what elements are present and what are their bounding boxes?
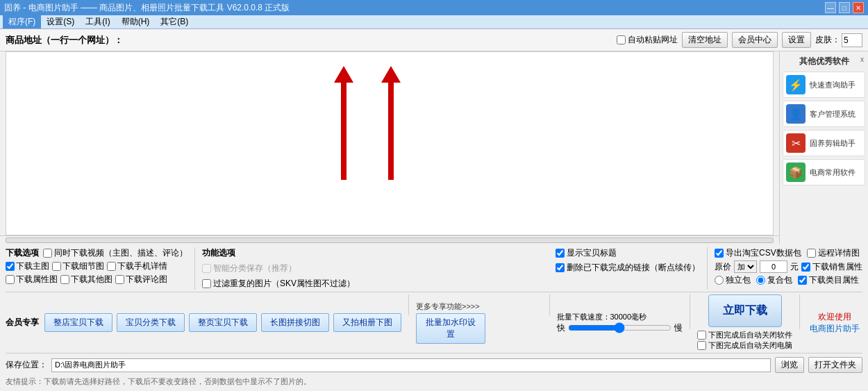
func-options-title: 功能选项 [202, 247, 237, 259]
comment-img-check: 下载评论图 [115, 274, 167, 285]
auto-paste-group: 自动粘贴网址 [617, 34, 678, 46]
sale-attr-label: 下载销售属性 [812, 261, 862, 273]
red-arrow-2 [381, 66, 401, 180]
category-download-button[interactable]: 宝贝分类下载 [117, 313, 185, 332]
price-operation-select[interactable]: 加 减 乘 [734, 260, 757, 273]
watermark-button[interactable]: 批量加水印设置 [416, 313, 485, 344]
combo-pack-radio[interactable] [756, 276, 765, 285]
mobile-label: 下载手机详情 [117, 260, 167, 272]
ecommerce-icon: 📦 [786, 163, 806, 182]
csv-checkbox[interactable] [715, 249, 724, 258]
crm-label: 客户管理系统 [810, 109, 856, 119]
auto-close-soft-group: 下图完成后自动关闭软件 [697, 330, 792, 340]
clip-icon: ✂ [786, 133, 806, 153]
csv-label: 导出淘宝CSV数据包 [726, 247, 801, 259]
download-options-group: 下载选项 同时下载视频（主图、描述、评论） 下载主图 下载细节图 [6, 247, 187, 285]
save-row: 保存位置： 浏览 打开文件夹 [6, 355, 862, 375]
show-title-checkbox[interactable] [556, 249, 565, 258]
combo-pack-group: 复合包 [756, 274, 792, 286]
menu-settings[interactable]: 设置(S) [41, 15, 80, 28]
arrows-container [334, 66, 401, 180]
save-path-section: 保存位置： 浏览 打开文件夹 友情提示：下载前请先选择好路径，下载后不要改变路径… [6, 353, 862, 390]
attr-img-checkbox[interactable] [6, 275, 15, 284]
separator-1 [194, 247, 195, 290]
auto-close-pc-checkbox[interactable] [697, 341, 706, 350]
comment-img-checkbox[interactable] [115, 275, 124, 284]
comment-img-label: 下载评论图 [126, 274, 167, 285]
attr-img-label: 下载属性图 [16, 274, 58, 285]
app-item-ecommerce[interactable]: 📦 电商常用软件 [783, 159, 865, 185]
skin-spinner[interactable] [842, 33, 862, 47]
main-img-checkbox[interactable] [6, 262, 15, 271]
address-label: 商品地址（一行一个网址）： [6, 34, 123, 47]
arrow-shaft-2 [388, 83, 394, 180]
smart-save-checkbox [202, 264, 211, 273]
arrow-head-2 [381, 66, 401, 83]
show-title-row: 显示宝贝标题 [556, 247, 700, 259]
browse-button[interactable]: 浏览 [775, 357, 804, 373]
address-controls: 自动粘贴网址 清空地址 会员中心 设置 皮肤： [617, 32, 862, 48]
func-options-group: 功能选项 智能分类保存（推荐） 过滤重复的图片（SKV属性图不过滤） [202, 247, 551, 290]
welcome-line1: 欢迎使用 [818, 311, 851, 323]
close-button[interactable]: ✕ [853, 2, 864, 13]
mobile-checkbox[interactable] [107, 262, 116, 271]
app-item-speed-query[interactable]: ⚡ 快速查询助手 [783, 72, 865, 98]
remote-label: 远程详情图 [818, 247, 860, 259]
separator-2 [707, 247, 708, 290]
separator-5 [690, 294, 690, 329]
save-path-input[interactable] [51, 358, 771, 372]
auto-paste-label: 自动粘贴网址 [628, 34, 678, 46]
delete-done-checkbox[interactable] [556, 263, 565, 272]
speed-label: 批量下载速度：30000毫秒 [557, 312, 683, 322]
whole-store-button[interactable]: 整店宝贝下载 [44, 313, 112, 332]
minimize-button[interactable]: — [825, 2, 836, 13]
menu-tools[interactable]: 工具(I) [80, 15, 115, 28]
menu-program[interactable]: 程序(F) [3, 15, 41, 28]
price-row: 原价 加 减 乘 元 下载销售属性 [715, 260, 862, 273]
cat-attr-check-group: 下载类目属性 [798, 274, 859, 286]
price-value-input[interactable] [760, 260, 787, 273]
welcome-line2: 电商图片助手 [810, 323, 860, 335]
speed-slow-label: 慢 [674, 322, 683, 334]
album-button[interactable]: 又拍相册下图 [333, 313, 401, 332]
price-label: 原价 [715, 261, 731, 273]
clear-address-button[interactable]: 清空地址 [682, 32, 728, 48]
filter-dup-checkbox[interactable] [202, 279, 211, 288]
detail-img-checkbox[interactable] [52, 262, 61, 271]
sale-attr-checkbox[interactable] [801, 263, 810, 272]
individual-pack-radio[interactable] [715, 276, 724, 285]
func-title-row: 功能选项 [202, 247, 551, 259]
horizontal-scrollbar[interactable] [6, 238, 774, 243]
combo-pack-label: 复合包 [767, 274, 792, 286]
full-page-button[interactable]: 整页宝贝下载 [189, 313, 257, 332]
download-now-button[interactable]: 立即下载 [708, 294, 782, 327]
auto-paste-checkbox[interactable] [617, 35, 626, 44]
menu-help[interactable]: 帮助(H) [116, 15, 156, 28]
delete-done-label: 删除已下载完成的链接（断点续传） [567, 262, 700, 274]
long-img-button[interactable]: 长图拼接切图 [261, 313, 329, 332]
other-img-checkbox[interactable] [60, 275, 69, 284]
speed-more-section: 更多专享功能>>>> 批量加水印设置 [416, 301, 542, 344]
cat-attr-checkbox[interactable] [798, 276, 807, 285]
member-center-button[interactable]: 会员中心 [732, 32, 778, 48]
app-item-crm[interactable]: 👤 客户管理系统 [783, 101, 865, 127]
main-img-label: 下载主图 [16, 260, 49, 272]
download-btn-section: 立即下载 下图完成后自动关闭软件 下图完成后自动关闭电脑 [697, 294, 792, 351]
sidebar-close-icon[interactable]: x [860, 56, 864, 63]
speed-slider[interactable] [568, 322, 672, 333]
left-content [0, 51, 779, 244]
auto-close-soft-checkbox[interactable] [697, 331, 706, 340]
speed-slider-row: 快 慢 [557, 322, 683, 334]
maximize-button[interactable]: □ [839, 2, 850, 13]
menu-other[interactable]: 其它(B) [155, 15, 194, 28]
save-path-label: 保存位置： [6, 359, 47, 371]
settings-button[interactable]: 设置 [782, 32, 811, 48]
app-item-clip[interactable]: ✂ 固养剪辑助手 [783, 130, 865, 156]
main-img-check: 下载主图 [6, 260, 49, 272]
video-download-label: 同时下载视频（主图、描述、评论） [54, 247, 187, 259]
remote-checkbox[interactable] [807, 249, 816, 258]
video-download-checkbox[interactable] [43, 249, 52, 258]
filter-dup-row: 过滤重复的图片（SKV属性图不过滤） [202, 278, 551, 290]
sale-attr-check-group: 下载销售属性 [801, 261, 862, 273]
open-folder-button[interactable]: 打开文件夹 [808, 357, 862, 373]
